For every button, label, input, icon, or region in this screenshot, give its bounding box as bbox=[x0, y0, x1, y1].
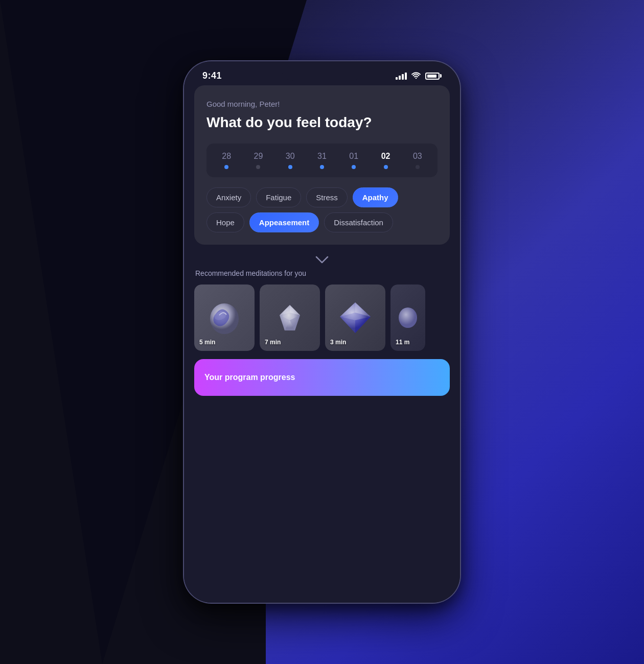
signal-bar-4 bbox=[405, 73, 407, 80]
tag-dissatisfaction[interactable]: Dissatisfaction bbox=[324, 212, 393, 232]
day-30-dot bbox=[288, 165, 292, 169]
recommended-label: Recommended meditations for you bbox=[194, 269, 450, 277]
tag-appeasement[interactable]: Appeasement bbox=[249, 212, 319, 232]
day-28-dot bbox=[224, 165, 228, 169]
meditation-card-1[interactable]: 5 min bbox=[194, 284, 255, 351]
phone-notch bbox=[281, 61, 363, 81]
day-31-dot bbox=[320, 165, 324, 169]
day-29-number: 29 bbox=[254, 152, 263, 161]
tag-fatigue[interactable]: Fatigue bbox=[256, 187, 301, 207]
battery-icon bbox=[425, 73, 442, 80]
calendar-day-31[interactable]: 31 bbox=[317, 152, 327, 169]
calendar-day-01[interactable]: 01 bbox=[349, 152, 358, 169]
signal-icon bbox=[396, 73, 407, 80]
wifi-icon bbox=[411, 72, 421, 80]
phone-content: Good morning, Peter! What do you feel to… bbox=[184, 85, 460, 596]
duration-2: 7 min bbox=[265, 339, 281, 346]
calendar-day-29[interactable]: 29 bbox=[254, 152, 263, 169]
calendar-day-28[interactable]: 28 bbox=[222, 152, 231, 169]
signal-bar-2 bbox=[399, 76, 401, 80]
phone-container: 9:41 bbox=[179, 51, 465, 613]
tag-hope[interactable]: Hope bbox=[206, 212, 244, 232]
chevron-container[interactable] bbox=[194, 251, 450, 269]
question-title: What do you feel today? bbox=[206, 113, 438, 131]
duration-3: 3 min bbox=[330, 339, 346, 346]
meditation-card-2[interactable]: 7 min bbox=[260, 284, 320, 351]
calendar-day-03[interactable]: 03 bbox=[413, 152, 422, 169]
tag-stress[interactable]: Stress bbox=[306, 187, 348, 207]
status-icons bbox=[396, 72, 442, 80]
progress-card[interactable]: Your program progress bbox=[194, 359, 450, 396]
day-30-number: 30 bbox=[286, 152, 295, 161]
signal-bar-3 bbox=[402, 74, 404, 80]
meditation-object-4 bbox=[395, 305, 421, 330]
calendar-row: 28 29 30 31 bbox=[206, 144, 438, 177]
meditation-row: 5 min bbox=[194, 284, 450, 351]
duration-4: 11 m bbox=[396, 339, 409, 346]
meditation-object-3 bbox=[335, 297, 376, 338]
meditation-object-2 bbox=[269, 297, 310, 338]
tag-anxiety[interactable]: Anxiety bbox=[206, 187, 251, 207]
calendar-day-02[interactable]: 02 bbox=[381, 152, 390, 169]
meditation-object-1 bbox=[204, 297, 245, 338]
phone-inner: 9:41 bbox=[184, 61, 460, 603]
chevron-down-icon bbox=[315, 256, 329, 264]
emotion-tags: Anxiety Fatigue Stress Apathy Hope Appea… bbox=[206, 187, 438, 232]
day-03-dot bbox=[416, 165, 420, 169]
day-29-dot bbox=[256, 165, 260, 169]
greeting-text: Good morning, Peter! bbox=[206, 100, 438, 108]
meditation-card-4[interactable]: 11 m bbox=[390, 284, 425, 351]
calendar-day-30[interactable]: 30 bbox=[286, 152, 295, 169]
svg-point-13 bbox=[399, 307, 417, 328]
day-28-number: 28 bbox=[222, 152, 231, 161]
emotion-card: Good morning, Peter! What do you feel to… bbox=[194, 85, 450, 245]
phone-frame: 9:41 bbox=[184, 61, 460, 603]
meditation-card-3[interactable]: 3 min bbox=[325, 284, 385, 351]
day-02-dot bbox=[384, 165, 388, 169]
day-01-dot bbox=[352, 165, 356, 169]
duration-1: 5 min bbox=[199, 339, 215, 346]
day-02-number: 02 bbox=[381, 152, 390, 161]
status-time: 9:41 bbox=[202, 70, 222, 81]
day-03-number: 03 bbox=[413, 152, 422, 161]
day-31-number: 31 bbox=[317, 152, 327, 161]
tag-apathy[interactable]: Apathy bbox=[353, 187, 398, 207]
day-01-number: 01 bbox=[349, 152, 358, 161]
signal-bar-1 bbox=[396, 77, 398, 80]
progress-label: Your program progress bbox=[204, 373, 295, 382]
